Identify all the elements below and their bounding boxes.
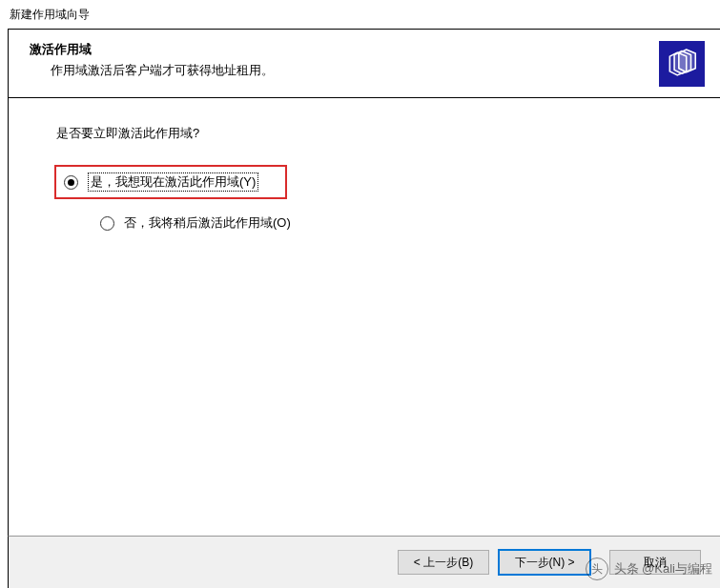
back-button[interactable]: < 上一步(B) [398,550,489,575]
radio-activate-now[interactable] [64,175,78,190]
radio-activate-now-label: 是，我想现在激活此作用域(Y) [88,172,258,192]
window-title: 新建作用域向导 [10,7,90,23]
window-titlebar: 新建作用域向导 [0,0,720,29]
wizard-window: 新建作用域向导 激活作用域 作用域激活后客户端才可获得地址租用。 是否要立即激活… [0,0,720,588]
cancel-button[interactable]: 取消 [609,550,701,575]
back-button-label: < 上一步(B) [414,555,473,571]
wizard-header-title: 激活作用域 [30,41,720,58]
radio-row-activate-later[interactable]: 否，我将稍后激活此作用域(O) [93,213,720,233]
wizard-body: 是否要立即激活此作用域? 是，我想现在激活此作用域(Y) 否，我将稍后激活此作用… [8,97,720,536]
cancel-button-label: 取消 [644,555,667,571]
radio-row-activate-now[interactable]: 是，我想现在激活此作用域(Y) [54,165,287,199]
next-button[interactable]: 下一步(N) > [499,550,590,575]
activate-question-label: 是否要立即激活此作用域? [56,125,720,142]
next-button-label: 下一步(N) > [515,555,575,571]
scope-files-icon [659,41,705,87]
wizard-header-subtitle: 作用域激活后客户端才可获得地址租用。 [51,62,720,79]
radio-activate-later-label: 否，我将稍后激活此作用域(O) [124,214,291,232]
wizard-footer: < 上一步(B) 下一步(N) > 取消 [8,536,720,588]
radio-activate-later[interactable] [100,216,114,231]
wizard-header: 激活作用域 作用域激活后客户端才可获得地址租用。 [8,29,720,97]
